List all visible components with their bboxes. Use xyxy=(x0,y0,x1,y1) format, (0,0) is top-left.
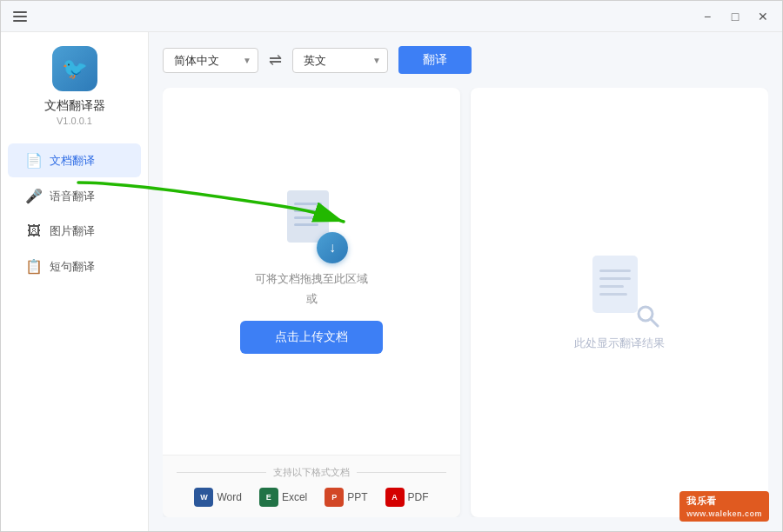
target-language-select[interactable]: 英文 简体中文 日本語 한국어 xyxy=(292,48,388,73)
logo-bird-icon: 🐦 xyxy=(62,57,88,81)
excel-icon: E xyxy=(259,488,278,507)
drag-hint-text: 可将文档拖拽至此区域 或 xyxy=(255,269,368,309)
language-bar: 简体中文 English 日本語 한국어 ▼ ⇌ 英文 简体中文 日本語 한국어 xyxy=(163,46,768,74)
watermark: 我乐看 www.waleken.com xyxy=(679,491,769,522)
format-icons: W Word E Excel P PPT xyxy=(177,488,446,507)
ppt-icon: P xyxy=(325,488,344,507)
result-placeholder-text: 此处显示翻译结果 xyxy=(574,336,665,351)
doc-icon-wrapper: ↓ xyxy=(284,189,339,255)
excel-label: Excel xyxy=(282,491,307,503)
formats-section: 支持以下格式文档 W Word E Excel xyxy=(163,455,460,517)
result-search-icon xyxy=(636,304,660,329)
sidebar-item-image-label: 图片翻译 xyxy=(50,223,95,239)
hamburger-icon xyxy=(13,11,27,22)
sidebar-item-sentence[interactable]: 📋 短句翻译 xyxy=(8,249,141,283)
svg-rect-3 xyxy=(294,216,315,219)
app-name: 文档翻译器 xyxy=(44,98,105,114)
upload-area[interactable]: ↓ 可将文档拖拽至此区域 或 点击上传文档 xyxy=(163,88,460,455)
app-window: − □ ✕ 🐦 文档翻译器 V1.0.0.1 📄 文档翻译 🎤 语音翻译 xyxy=(0,0,783,532)
svg-rect-9 xyxy=(599,293,627,296)
sidebar: 🐦 文档翻译器 V1.0.0.1 📄 文档翻译 🎤 语音翻译 🖼 图片翻译 xyxy=(1,32,149,531)
image-translate-icon: 🖼 xyxy=(25,223,43,239)
main-layout: 🐦 文档翻译器 V1.0.0.1 📄 文档翻译 🎤 语音翻译 🖼 图片翻译 xyxy=(1,32,782,531)
format-excel: E Excel xyxy=(259,488,307,507)
nav-items: 📄 文档翻译 🎤 语音翻译 🖼 图片翻译 📋 短句翻译 xyxy=(1,143,148,283)
translate-button[interactable]: 翻译 xyxy=(398,46,472,74)
word-label: Word xyxy=(217,491,241,503)
watermark-line2: www.waleken.com xyxy=(686,509,762,518)
sentence-translate-icon: 📋 xyxy=(25,258,43,275)
watermark-line1: 我乐看 xyxy=(686,495,762,508)
doc-translate-icon: 📄 xyxy=(25,152,43,169)
svg-line-11 xyxy=(651,319,658,326)
close-button[interactable]: ✕ xyxy=(751,6,775,27)
pdf-icon: A xyxy=(385,488,405,507)
source-language-select[interactable]: 简体中文 English 日本語 한국어 xyxy=(163,48,258,73)
voice-translate-icon: 🎤 xyxy=(25,188,43,204)
format-pdf: A PDF xyxy=(385,488,429,507)
svg-rect-7 xyxy=(599,277,631,280)
svg-rect-2 xyxy=(294,209,322,212)
format-ppt: P PPT xyxy=(325,488,367,507)
app-version: V1.0.0.1 xyxy=(57,116,92,126)
source-language-select-wrapper: 简体中文 English 日本語 한국어 ▼ xyxy=(163,48,258,73)
ppt-label: PPT xyxy=(347,491,367,503)
window-controls: − □ ✕ xyxy=(695,6,775,27)
sidebar-item-doc[interactable]: 📄 文档翻译 xyxy=(8,143,141,177)
drop-arrow-icon: ↓ xyxy=(317,232,348,263)
app-logo: 🐦 xyxy=(52,46,97,91)
formats-title: 支持以下格式文档 xyxy=(177,466,446,479)
title-bar: − □ ✕ xyxy=(1,1,782,32)
sidebar-item-image[interactable]: 🖼 图片翻译 xyxy=(8,215,141,248)
word-icon: W xyxy=(194,488,213,507)
svg-rect-6 xyxy=(599,269,631,272)
upload-file-button[interactable]: 点击上传文档 xyxy=(240,321,383,354)
svg-rect-1 xyxy=(294,203,322,205)
target-language-select-wrapper: 英文 简体中文 日本語 한국어 ▼ xyxy=(292,48,388,73)
sidebar-item-sentence-label: 短句翻译 xyxy=(50,259,95,275)
swap-languages-icon[interactable]: ⇌ xyxy=(269,50,282,70)
svg-rect-5 xyxy=(592,256,638,313)
sidebar-item-doc-label: 文档翻译 xyxy=(50,153,95,169)
svg-rect-4 xyxy=(294,223,318,226)
result-doc-icon-wrapper xyxy=(589,254,650,325)
result-panel: 此处显示翻译结果 xyxy=(471,88,768,517)
sidebar-item-voice-label: 语音翻译 xyxy=(50,189,95,204)
panels: ↓ 可将文档拖拽至此区域 或 点击上传文档 支持以下格式文档 xyxy=(163,88,768,517)
hamburger-button[interactable] xyxy=(8,6,32,27)
upload-panel: ↓ 可将文档拖拽至此区域 或 点击上传文档 支持以下格式文档 xyxy=(163,88,460,517)
svg-rect-8 xyxy=(599,285,624,288)
maximize-button[interactable]: □ xyxy=(723,6,747,27)
content-area: 简体中文 English 日本語 한국어 ▼ ⇌ 英文 简体中文 日本語 한국어 xyxy=(149,32,782,531)
minimize-button[interactable]: − xyxy=(695,6,719,27)
sidebar-item-voice[interactable]: 🎤 语音翻译 xyxy=(8,179,141,213)
pdf-label: PDF xyxy=(408,491,429,503)
format-word: W Word xyxy=(194,488,241,507)
